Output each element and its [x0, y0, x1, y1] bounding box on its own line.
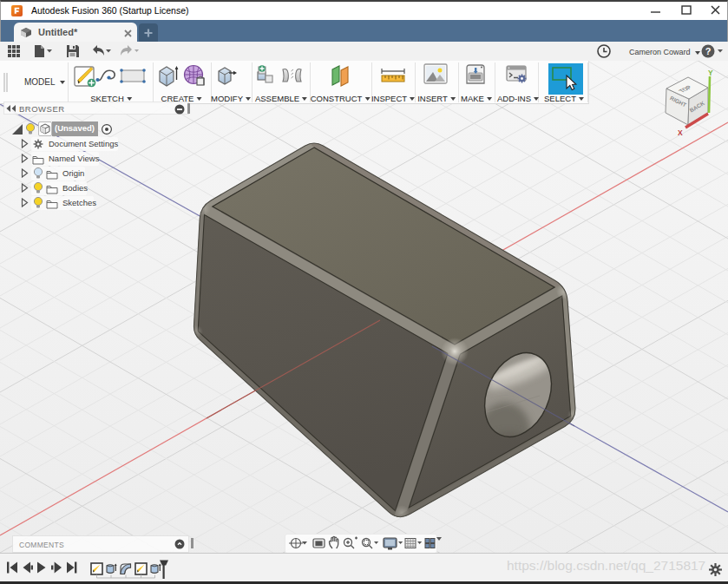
svg-text:X: X [678, 128, 683, 137]
svg-text:Y: Y [708, 69, 713, 77]
svg-text:?: ? [705, 46, 712, 56]
